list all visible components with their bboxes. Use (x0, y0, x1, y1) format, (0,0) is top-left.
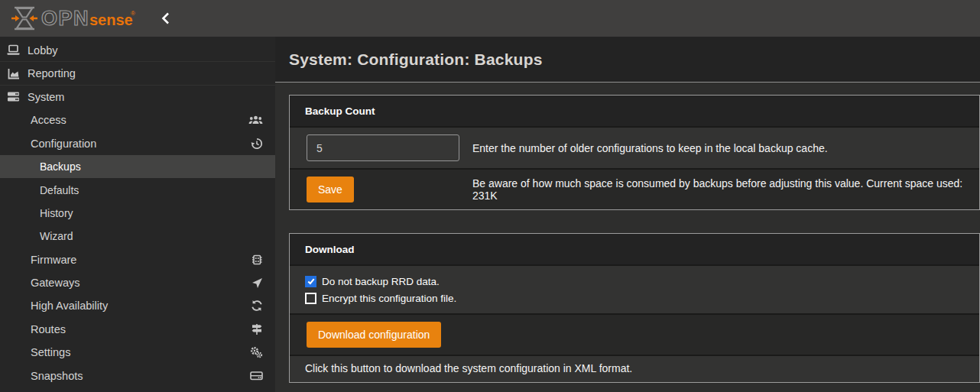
download-description-row: Click this button to download the system… (290, 355, 979, 382)
sidebar-item-settings[interactable]: Settings (0, 341, 275, 364)
sidebar: Lobby Reporting System Access Configurat… (0, 37, 275, 392)
encrypt-checkbox-label[interactable]: Encrypt this configuration file. (322, 293, 456, 304)
no-rrd-checkbox[interactable] (305, 276, 316, 287)
backup-count-input-row: Enter the number of older configurations… (290, 126, 979, 168)
sidebar-item-firmware[interactable]: Firmware (0, 248, 275, 271)
download-panel-header: Download (290, 234, 979, 264)
opnsense-logo[interactable]: OPN sense ® (11, 5, 141, 32)
download-panel: Download Do not backup RRD data. Encrypt… (289, 233, 980, 383)
history-icon (251, 138, 263, 150)
sidebar-item-label: Firmware (31, 254, 76, 266)
page-title: System: Configuration: Backups (289, 50, 543, 69)
sidebar-item-defaults[interactable]: Defaults (0, 178, 275, 201)
sidebar-item-label: Access (31, 114, 67, 126)
checkmark-icon (307, 277, 316, 286)
sidebar-item-history[interactable]: History (0, 202, 275, 225)
hdd-icon (250, 370, 263, 381)
sidebar-item-label: Settings (31, 346, 70, 358)
laptop-icon (6, 44, 21, 56)
users-icon (248, 115, 263, 125)
no-rrd-checkbox-label[interactable]: Do not backup RRD data. (322, 276, 440, 287)
sidebar-item-label: History (40, 207, 73, 219)
sidebar-item-system[interactable]: System (0, 86, 275, 109)
opnsense-logo-graphic: OPN sense ® (11, 5, 141, 32)
svg-text:®: ® (131, 10, 135, 17)
sidebar-item-label: Wizard (40, 230, 73, 242)
encrypt-checkbox[interactable] (305, 293, 316, 304)
sidebar-item-snapshots[interactable]: Snapshots (0, 364, 275, 387)
no-rrd-checkbox-line: Do not backup RRD data. (305, 276, 440, 287)
top-bar: OPN sense ® (0, 0, 980, 37)
refresh-icon (251, 300, 263, 312)
sidebar-item-label: Reporting (28, 67, 76, 79)
backup-count-input[interactable] (307, 134, 459, 161)
download-options-row: Do not backup RRD data. Encrypt this con… (290, 264, 979, 313)
microchip-icon (251, 254, 263, 266)
sidebar-item-high-availability[interactable]: High Availability (0, 294, 275, 317)
sidebar-item-label: Gateways (31, 277, 80, 289)
download-configuration-button[interactable]: Download configuration (307, 322, 441, 348)
backup-count-panel: Backup Count Enter the number of older c… (289, 95, 980, 210)
download-description: Click this button to download the system… (305, 362, 632, 374)
backup-count-save-row: Save Be aware of how much space is consu… (290, 168, 979, 209)
server-icon (6, 91, 21, 102)
sidebar-item-gateways[interactable]: Gateways (0, 271, 275, 294)
sidebar-item-label: Backups (40, 160, 81, 173)
sidebar-item-access[interactable]: Access (0, 109, 275, 131)
cogs-icon (250, 346, 263, 358)
svg-text:OPN: OPN (41, 7, 89, 30)
sidebar-item-lobby[interactable]: Lobby (0, 39, 275, 62)
content: Backup Count Enter the number of older c… (275, 83, 980, 392)
area-chart-icon (6, 68, 21, 79)
main-area: System: Configuration: Backups Backup Co… (275, 37, 980, 392)
backup-count-input-description: Enter the number of older configurations… (472, 142, 979, 154)
sidebar-item-reporting[interactable]: Reporting (0, 62, 275, 85)
sidebar-item-backups[interactable]: Backups (0, 155, 275, 178)
chevron-left-icon (161, 11, 170, 25)
sidebar-item-label: Configuration (31, 138, 96, 150)
sidebar-item-label: Routes (31, 323, 66, 335)
logo-arrow-left (30, 15, 38, 21)
backup-count-save-description: Be aware of how much space is consumed b… (472, 177, 979, 202)
logo-arrow-right (11, 15, 20, 21)
sidebar-item-routes[interactable]: Routes (0, 318, 275, 341)
encrypt-checkbox-line: Encrypt this configuration file. (305, 293, 456, 304)
map-signs-icon (251, 323, 263, 335)
backup-count-panel-header: Backup Count (290, 96, 979, 126)
sidebar-item-configuration[interactable]: Configuration (0, 132, 275, 155)
location-arrow-icon (251, 277, 263, 289)
page-header: System: Configuration: Backups (275, 37, 980, 83)
sidebar-item-label: Lobby (28, 44, 58, 57)
sidebar-item-label: High Availability (31, 300, 108, 312)
download-button-row: Download configuration (290, 313, 979, 355)
sidebar-item-label: Defaults (40, 184, 79, 196)
sidebar-item-label: Snapshots (31, 370, 83, 382)
sidebar-item-wizard[interactable]: Wizard (0, 225, 275, 248)
sidebar-item-label: System (28, 91, 64, 103)
svg-text:sense: sense (89, 11, 133, 28)
sidebar-collapse-button[interactable] (161, 11, 170, 25)
save-button[interactable]: Save (307, 177, 354, 202)
